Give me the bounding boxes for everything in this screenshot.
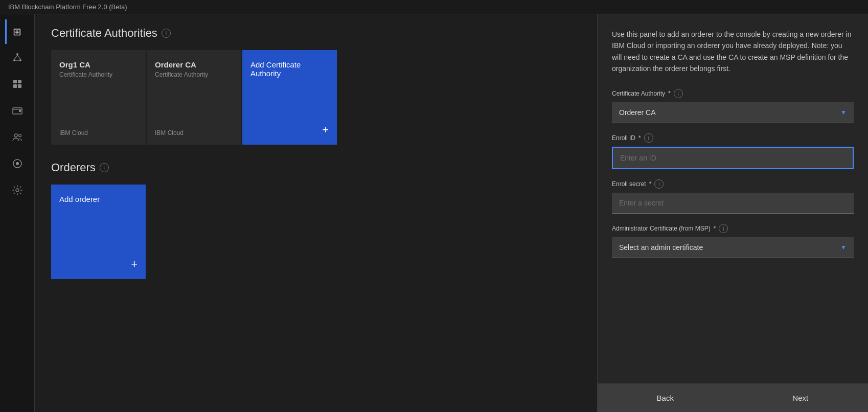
enroll-secret-form-group: Enroll secret * i [612,179,854,214]
ca-section-title: Certificate Authorities [51,27,157,40]
orderer-ca-name: Orderer CA [155,60,233,69]
svg-point-13 [14,134,17,137]
enroll-secret-label: Enroll secret * i [612,179,854,189]
users-icon [12,131,23,145]
enroll-id-label: Enroll ID * i [612,133,854,143]
content-area: Certificate Authorities i Org1 CA Certif… [35,14,597,412]
app-title: IBM Blockchain Platform Free 2.0 (Beta) [8,3,127,11]
sidebar-item-network[interactable] [5,46,30,71]
add-ca-plus-icon: + [250,123,329,136]
admin-cert-select[interactable]: Select an admin certificate [612,237,854,258]
orderer-ca-cloud: IBM Cloud [155,129,233,136]
panel-footer: Back Next [598,383,868,412]
org1-ca-subtitle: Certificate Authority [59,71,138,78]
next-button[interactable]: Next [733,384,869,412]
sidebar-item-nodes[interactable] [5,73,30,97]
add-orderer-card[interactable]: Add orderer + [51,185,146,279]
panel-description: Use this panel to add an orderer to the … [612,29,854,75]
svg-line-4 [17,55,20,59]
admin-cert-info-icon[interactable]: i [719,224,728,233]
orderers-info-icon[interactable]: i [100,163,109,172]
ca-form-group: Certificate Authority * i Orderer CA [612,89,854,123]
nodes-icon [12,78,23,92]
back-button[interactable]: Back [598,384,733,412]
svg-point-17 [16,189,19,192]
sidebar-item-users[interactable] [5,126,30,150]
settings-icon [12,185,23,198]
ca-info-icon[interactable]: i [162,29,171,38]
orderer-ca-card[interactable]: Orderer CA Certificate Authority IBM Clo… [147,50,241,145]
add-orderer-plus-icon: + [59,258,138,271]
identity-icon [12,158,23,172]
svg-point-14 [18,134,21,136]
enroll-id-input[interactable] [612,147,854,169]
ca-section-header: Certificate Authorities i [51,27,581,40]
ca-field-info-icon[interactable]: i [674,89,683,98]
orderers-section: Orderers i Add orderer + [51,161,581,279]
network-icon [12,52,23,65]
add-ca-label: Add Certificate Authority [250,60,329,78]
sidebar-item-identity[interactable] [5,152,30,177]
svg-rect-6 [13,80,17,83]
svg-point-16 [16,162,19,165]
add-ca-card[interactable]: Add Certificate Authority + [242,50,337,145]
ca-select[interactable]: Orderer CA [612,102,854,123]
right-panel-content: Use this panel to add an orderer to the … [598,14,868,383]
svg-rect-8 [13,84,17,88]
ca-select-wrapper: Orderer CA [612,102,854,123]
orderers-section-header: Orderers i [51,161,581,174]
sidebar: ⊞ [0,14,35,412]
org1-ca-name: Org1 CA [59,60,138,69]
top-bar: IBM Blockchain Platform Free 2.0 (Beta) [0,0,868,14]
orderers-section-title: Orderers [51,161,96,174]
svg-rect-11 [19,110,21,112]
admin-cert-label: Administrator Certificate (from MSP) * i [612,224,854,233]
orderer-ca-subtitle: Certificate Authority [155,71,233,78]
sidebar-item-wallet[interactable] [5,99,30,124]
right-panel: Use this panel to add an orderer to the … [597,14,868,412]
org1-ca-info: Org1 CA Certificate Authority [59,60,138,78]
svg-point-0 [16,53,18,55]
wallet-icon [12,105,23,119]
main-layout: ⊞ [0,14,868,412]
svg-rect-9 [18,84,21,88]
add-orderer-label: Add orderer [59,195,138,203]
orderers-cards-row: Add orderer + [51,185,581,279]
dashboard-icon: ⊞ [13,26,21,38]
svg-rect-7 [18,80,21,83]
enroll-id-info-icon[interactable]: i [644,133,653,143]
svg-line-3 [14,55,17,59]
ca-label: Certificate Authority * i [612,89,854,98]
sidebar-item-dashboard[interactable]: ⊞ [5,19,30,44]
orderer-ca-info: Orderer CA Certificate Authority [155,60,233,78]
sidebar-item-settings[interactable] [5,179,30,203]
admin-cert-form-group: Administrator Certificate (from MSP) * i… [612,224,854,258]
org1-ca-cloud: IBM Cloud [59,129,138,136]
enroll-secret-input[interactable] [612,193,854,214]
enroll-secret-info-icon[interactable]: i [654,179,664,189]
admin-cert-select-wrapper: Select an admin certificate [612,237,854,258]
ca-cards-row: Org1 CA Certificate Authority IBM Cloud … [51,50,581,145]
org1-ca-card[interactable]: Org1 CA Certificate Authority IBM Cloud [51,50,146,145]
enroll-id-form-group: Enroll ID * i [612,133,854,169]
